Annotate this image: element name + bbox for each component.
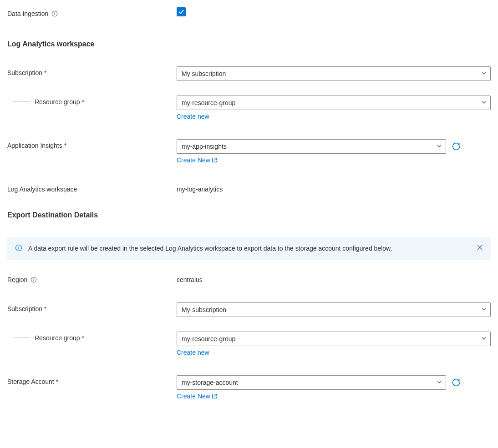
info-icon[interactable] <box>30 276 37 283</box>
app-insights-select-value: my-app-insights <box>182 143 227 150</box>
info-banner-text: A data export rule will be created in th… <box>28 244 471 253</box>
export-subscription-select-value: My-subscription <box>182 306 226 313</box>
section-heading-log-analytics: Log Analytics workspace <box>7 40 491 48</box>
app-insights-select[interactable]: my-app-insights <box>177 139 446 154</box>
chevron-down-icon <box>481 335 487 342</box>
chevron-down-icon <box>481 99 487 106</box>
export-resource-group-label: Resource group <box>35 334 80 342</box>
svg-line-3 <box>214 158 216 161</box>
subscription-select[interactable]: My subscription <box>177 66 491 81</box>
resource-group-select[interactable]: my-resource-group <box>177 96 491 110</box>
required-indicator: * <box>44 69 46 76</box>
resource-group-label: Resource group <box>35 98 80 106</box>
subscription-select-value: My subscription <box>182 70 226 77</box>
refresh-button[interactable] <box>451 141 462 152</box>
log-analytics-workspace-value: my-log-analytics <box>177 183 223 193</box>
svg-line-12 <box>214 394 216 397</box>
refresh-button[interactable] <box>451 377 462 388</box>
storage-account-select-value: my-storage-account <box>182 379 238 386</box>
info-banner: A data export rule will be created in th… <box>7 237 491 260</box>
svg-point-2 <box>55 12 55 13</box>
external-link-icon <box>211 393 218 399</box>
close-icon[interactable] <box>476 244 483 251</box>
create-new-storage-account-link[interactable]: Create New <box>177 393 462 400</box>
data-ingestion-label: Data Ingestion <box>7 10 48 17</box>
export-subscription-select[interactable]: My-subscription <box>177 302 491 317</box>
create-new-resource-group-link[interactable]: Create new <box>177 113 491 120</box>
external-link-icon <box>211 157 218 163</box>
resource-group-select-value: my-resource-group <box>182 99 235 106</box>
indent-line <box>13 322 30 338</box>
data-ingestion-checkbox[interactable] <box>177 7 186 16</box>
create-new-storage-account-text: Create New <box>177 393 210 400</box>
storage-account-label: Storage Account <box>7 378 54 385</box>
export-resource-group-select-value: my-resource-group <box>182 335 235 342</box>
export-subscription-label: Subscription <box>7 305 42 312</box>
create-new-export-resource-group-link[interactable]: Create new <box>177 349 491 356</box>
chevron-down-icon <box>481 70 487 77</box>
create-new-app-insights-link[interactable]: Create New <box>177 156 462 164</box>
region-label: Region <box>7 276 27 283</box>
required-indicator: * <box>56 378 58 385</box>
export-resource-group-select[interactable]: my-resource-group <box>177 332 491 346</box>
chevron-down-icon <box>437 143 442 150</box>
log-analytics-workspace-label: Log Analytics workspace <box>7 186 77 193</box>
required-indicator: * <box>44 305 46 312</box>
svg-point-11 <box>34 278 34 279</box>
info-icon <box>15 244 23 252</box>
create-new-app-insights-text: Create New <box>177 156 210 164</box>
subscription-label: Subscription <box>7 69 42 76</box>
required-indicator: * <box>64 142 66 149</box>
chevron-down-icon <box>481 306 487 313</box>
svg-point-6 <box>18 246 19 247</box>
app-insights-label: Application Insights <box>7 142 62 149</box>
info-icon[interactable] <box>51 10 58 17</box>
indent-line <box>13 86 30 102</box>
storage-account-select[interactable]: my-storage-account <box>177 375 446 390</box>
region-value: centralus <box>177 273 203 283</box>
required-indicator: * <box>82 334 84 342</box>
chevron-down-icon <box>437 379 442 386</box>
required-indicator: * <box>82 98 84 106</box>
section-heading-export-dest: Export Destination Details <box>7 211 491 219</box>
